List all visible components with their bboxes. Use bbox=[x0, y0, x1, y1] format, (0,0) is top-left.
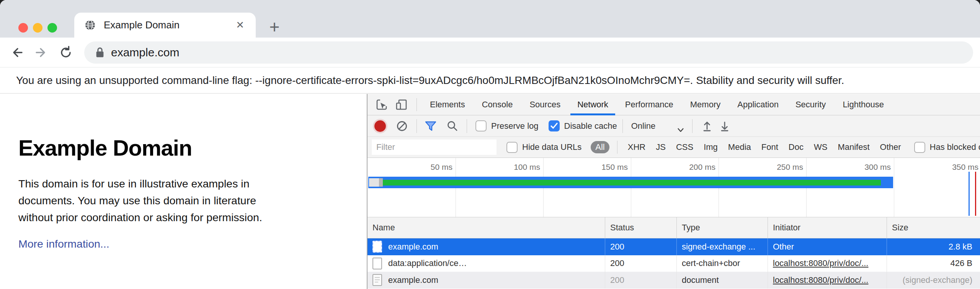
toolbar-separator bbox=[692, 119, 693, 133]
devtools-tab-performance[interactable]: Performance bbox=[617, 94, 682, 115]
preserve-log-label: Preserve log bbox=[491, 121, 539, 131]
request-row[interactable]: example.com 200 document localhost:8080/… bbox=[368, 272, 980, 289]
timeline-tick-label: 150 ms bbox=[601, 163, 628, 172]
warning-banner: You are using an unsupported command-lin… bbox=[0, 68, 980, 94]
request-status: 200 bbox=[605, 255, 677, 272]
disable-cache-checkbox[interactable] bbox=[549, 120, 560, 131]
toolbar-separator bbox=[467, 119, 467, 133]
export-har-icon[interactable] bbox=[719, 120, 731, 132]
filter-chip-js[interactable]: JS bbox=[656, 142, 666, 152]
toolbar-separator bbox=[617, 141, 617, 154]
page-viewport: Example Domain This domain is for use in… bbox=[0, 94, 366, 289]
network-toolbar: Preserve log Disable cache Online bbox=[368, 115, 980, 137]
browser-tab[interactable]: Example Domain ✕ bbox=[74, 13, 256, 38]
filter-chip-other[interactable]: Other bbox=[880, 142, 901, 152]
traffic-light-minimize-button[interactable] bbox=[33, 23, 42, 33]
filter-chip-media[interactable]: Media bbox=[728, 142, 751, 152]
document-icon bbox=[372, 241, 382, 253]
request-size: (signed-exchange) bbox=[887, 272, 980, 289]
warning-banner-text: You are using an unsupported command-lin… bbox=[16, 74, 844, 87]
column-header-type[interactable]: Type bbox=[677, 217, 768, 238]
column-header-status[interactable]: Status bbox=[605, 217, 677, 238]
request-row-selected[interactable]: example.com 200 signed-exchange ... Othe… bbox=[368, 238, 980, 255]
chevron-down-icon[interactable] bbox=[678, 124, 684, 128]
column-header-size[interactable]: Size bbox=[887, 217, 980, 238]
devtools-tab-application[interactable]: Application bbox=[729, 94, 787, 115]
hide-data-urls-label: Hide data URLs bbox=[522, 142, 581, 152]
column-header-name[interactable]: Name bbox=[368, 217, 605, 238]
page-heading: Example Domain bbox=[18, 135, 192, 161]
more-information-link[interactable]: More information... bbox=[18, 238, 109, 250]
filter-chip-css[interactable]: CSS bbox=[676, 142, 693, 152]
devtools-tab-sources[interactable]: Sources bbox=[521, 94, 569, 115]
lock-icon bbox=[95, 47, 105, 58]
waterfall-stalled-segment bbox=[379, 178, 383, 187]
load-event-line bbox=[975, 172, 976, 216]
request-status: 200 bbox=[605, 272, 677, 289]
filter-chip-ws[interactable]: WS bbox=[814, 142, 827, 152]
devtools-tab-security[interactable]: Security bbox=[787, 94, 834, 115]
filter-chip-all[interactable]: All bbox=[591, 141, 609, 153]
filter-chip-manifest[interactable]: Manifest bbox=[838, 142, 869, 152]
forward-button[interactable] bbox=[34, 45, 49, 60]
new-tab-button[interactable]: + bbox=[265, 18, 284, 37]
timeline-tick-label: 300 ms bbox=[864, 163, 891, 172]
network-overview-timeline[interactable]: 50 ms 100 ms 150 ms 200 ms 250 ms 300 ms… bbox=[368, 158, 980, 217]
request-type: document bbox=[677, 272, 768, 289]
devtools-tabbar: Elements Console Sources Network Perform… bbox=[368, 94, 980, 115]
filter-chip-font[interactable]: Font bbox=[761, 142, 778, 152]
globe-favicon-icon bbox=[85, 20, 95, 30]
column-header-initiator[interactable]: Initiator bbox=[768, 217, 887, 238]
filter-chip-xhr[interactable]: XHR bbox=[628, 142, 645, 152]
clear-network-log-icon[interactable] bbox=[396, 120, 408, 132]
search-icon[interactable] bbox=[446, 120, 458, 132]
traffic-light-close-button[interactable] bbox=[18, 23, 28, 33]
waterfall-overview-bar[interactable] bbox=[368, 177, 893, 188]
devtools-tab-lighthouse[interactable]: Lighthouse bbox=[834, 94, 892, 115]
document-icon bbox=[372, 258, 382, 269]
page-paragraph: This domain is for use in illustrative e… bbox=[18, 175, 286, 226]
request-size: 2.8 kB bbox=[887, 238, 980, 255]
record-network-log-button[interactable] bbox=[374, 120, 386, 132]
filter-chip-img[interactable]: Img bbox=[704, 142, 718, 152]
tab-strip: Example Domain ✕ + bbox=[0, 0, 980, 38]
tab-close-icon[interactable]: ✕ bbox=[236, 19, 244, 31]
device-toolbar-icon[interactable] bbox=[395, 98, 408, 111]
browser-toolbar: example.com bbox=[0, 38, 980, 67]
timeline-gridline bbox=[894, 158, 894, 217]
request-row[interactable]: data:application/ce… 200 cert-chain+cbor… bbox=[368, 255, 980, 272]
timeline-tick-label: 350 ms bbox=[952, 163, 978, 172]
filter-chip-doc[interactable]: Doc bbox=[789, 142, 804, 152]
back-button[interactable] bbox=[9, 45, 24, 60]
request-name: example.com bbox=[388, 242, 438, 252]
request-size: 426 B bbox=[887, 255, 980, 272]
waterfall-download-segment bbox=[383, 180, 881, 186]
toolbar-separator bbox=[416, 98, 417, 111]
initiator-link[interactable]: localhost:8080/priv/doc/... bbox=[773, 275, 868, 285]
filter-input[interactable] bbox=[372, 140, 497, 155]
has-blocked-cookies-label: Has blocked cookies bbox=[930, 142, 980, 152]
request-type: signed-exchange ... bbox=[677, 238, 768, 255]
devtools-tab-elements[interactable]: Elements bbox=[421, 94, 474, 115]
devtools-tab-network[interactable]: Network bbox=[569, 94, 617, 115]
request-name: example.com bbox=[388, 275, 438, 285]
request-initiator: Other bbox=[768, 238, 887, 255]
preserve-log-checkbox[interactable] bbox=[475, 120, 487, 131]
throttling-dropdown[interactable]: Online bbox=[631, 121, 656, 131]
timeline-tick-label: 100 ms bbox=[514, 163, 540, 172]
has-blocked-cookies-checkbox[interactable] bbox=[914, 142, 925, 153]
hide-data-urls-checkbox[interactable] bbox=[506, 142, 518, 153]
network-filter-bar: Hide data URLs All XHR JS CSS Img Media … bbox=[368, 137, 980, 158]
initiator-link[interactable]: localhost:8080/priv/doc/... bbox=[773, 258, 868, 268]
omnibox-url-field[interactable]: example.com bbox=[84, 41, 973, 64]
devtools-tab-console[interactable]: Console bbox=[474, 94, 521, 115]
waterfall-queueing-segment bbox=[369, 178, 379, 187]
timeline-tick-label: 50 ms bbox=[431, 163, 452, 172]
traffic-light-zoom-button[interactable] bbox=[47, 23, 57, 33]
request-type: cert-chain+cbor bbox=[677, 255, 768, 272]
inspect-element-icon[interactable] bbox=[375, 98, 388, 111]
import-har-icon[interactable] bbox=[701, 120, 713, 132]
reload-button[interactable] bbox=[58, 45, 74, 60]
devtools-tab-memory[interactable]: Memory bbox=[682, 94, 729, 115]
filter-funnel-icon[interactable] bbox=[425, 120, 437, 132]
